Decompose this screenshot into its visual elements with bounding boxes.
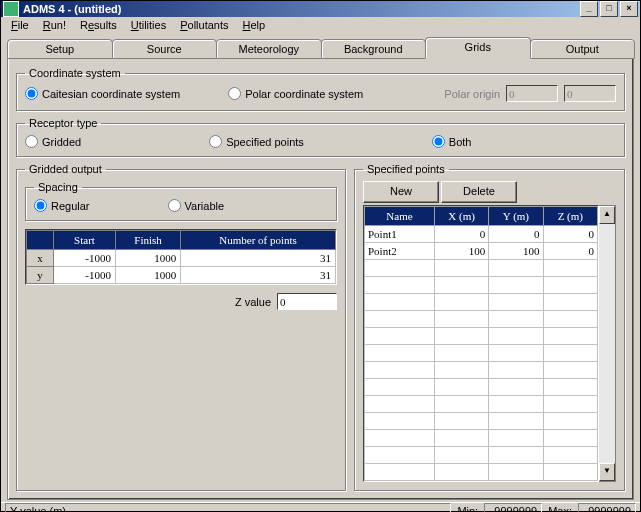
minimize-button[interactable]: _ <box>580 1 598 17</box>
tab-output[interactable]: Output <box>530 39 636 59</box>
status-min: -9999999 <box>484 503 542 512</box>
col-npoints: Number of points <box>181 231 336 250</box>
table-row[interactable]: x -1000 1000 31 <box>27 250 336 267</box>
radio-cartesian[interactable]: Caitesian coordinate system <box>25 87 180 100</box>
specified-points-group: Specified points New Delete Name X (m) <box>354 163 625 491</box>
menu-pollutants[interactable]: Pollutants <box>174 18 234 32</box>
coordinate-system-legend: Coordinate system <box>25 67 125 79</box>
menu-help[interactable]: Help <box>237 18 272 32</box>
radio-specified[interactable]: Specified points <box>209 135 304 148</box>
table-row[interactable] <box>365 294 598 311</box>
radio-polar-input[interactable] <box>228 87 241 100</box>
sp-col-y: Y (m) <box>489 207 543 226</box>
table-row[interactable] <box>365 396 598 413</box>
status-min-label: Min: <box>457 505 478 512</box>
polar-origin-y <box>564 85 616 102</box>
window-title: ADMS 4 - (untitled) <box>23 3 121 15</box>
table-row[interactable] <box>365 362 598 379</box>
radio-both[interactable]: Both <box>432 135 472 148</box>
status-field: Y value (m) <box>5 503 451 512</box>
table-row[interactable] <box>365 311 598 328</box>
radio-variable[interactable]: Variable <box>168 199 225 212</box>
close-button[interactable]: × <box>620 1 638 17</box>
radio-both-input[interactable] <box>432 135 445 148</box>
radio-gridded[interactable]: Gridded <box>25 135 81 148</box>
tab-meteorology[interactable]: Meteorology <box>216 39 322 59</box>
client-area: Setup Source Meteorology Background Grid… <box>1 33 640 502</box>
app-icon <box>3 1 19 17</box>
receptor-type-legend: Receptor type <box>25 117 101 129</box>
tab-background[interactable]: Background <box>321 39 427 59</box>
spacing-legend: Spacing <box>34 181 82 193</box>
specified-points-table[interactable]: Name X (m) Y (m) Z (m) Point1 0 0 0 <box>364 206 598 481</box>
scroll-up-icon[interactable]: ▲ <box>599 206 615 224</box>
new-button[interactable]: New <box>363 181 439 203</box>
table-row[interactable] <box>365 345 598 362</box>
radio-variable-input[interactable] <box>168 199 181 212</box>
menu-results[interactable]: Results <box>74 18 123 32</box>
radio-polar[interactable]: Polar coordinate system <box>228 87 363 100</box>
app-window: ADMS 4 - (untitled) _ □ × File Run! Resu… <box>0 0 641 512</box>
radio-regular-input[interactable] <box>34 199 47 212</box>
table-row[interactable]: Point2 100 100 0 <box>365 243 598 260</box>
specified-points-legend: Specified points <box>363 163 449 175</box>
radio-gridded-input[interactable] <box>25 135 38 148</box>
tab-setup[interactable]: Setup <box>7 39 113 59</box>
receptor-type-group: Receptor type Gridded Specified points B… <box>16 117 625 157</box>
z-value-label: Z value <box>235 296 271 308</box>
titlebar: ADMS 4 - (untitled) _ □ × <box>1 1 640 17</box>
radio-regular[interactable]: Regular <box>34 199 90 212</box>
scroll-down-icon[interactable]: ▼ <box>599 463 615 481</box>
tab-grids[interactable]: Grids <box>425 37 531 59</box>
sp-col-x: X (m) <box>434 207 488 226</box>
z-value-input[interactable] <box>277 293 337 310</box>
table-row[interactable]: y -1000 1000 31 <box>27 267 336 284</box>
table-row[interactable] <box>365 447 598 464</box>
gridded-table[interactable]: Start Finish Number of points x -1000 10… <box>26 230 336 284</box>
gridded-output-group: Gridded output Spacing Regular Variable <box>16 163 346 491</box>
scroll-track[interactable] <box>599 224 615 463</box>
coordinate-system-group: Coordinate system Caitesian coordinate s… <box>16 67 625 111</box>
menu-utilities[interactable]: Utilities <box>125 18 172 32</box>
table-row[interactable] <box>365 277 598 294</box>
gridded-table-wrap: Start Finish Number of points x -1000 10… <box>25 229 337 285</box>
tab-page-grids: Coordinate system Caitesian coordinate s… <box>7 59 634 500</box>
radio-specified-input[interactable] <box>209 135 222 148</box>
menubar: File Run! Results Utilities Pollutants H… <box>1 17 640 33</box>
col-start: Start <box>54 231 116 250</box>
table-row[interactable] <box>365 379 598 396</box>
table-row[interactable] <box>365 413 598 430</box>
polar-origin-label: Polar origin <box>444 88 500 100</box>
statusbar: Y value (m) Min: -9999999 Max: 9999999 <box>1 502 640 512</box>
radio-cartesian-input[interactable] <box>25 87 38 100</box>
col-axis <box>27 231 54 250</box>
polar-origin-x <box>506 85 558 102</box>
spacing-group: Spacing Regular Variable <box>25 181 337 221</box>
delete-button[interactable]: Delete <box>441 181 517 203</box>
menu-run[interactable]: Run! <box>37 18 72 32</box>
tab-strip: Setup Source Meteorology Background Grid… <box>7 37 634 59</box>
tab-source[interactable]: Source <box>112 39 218 59</box>
status-max: 9999999 <box>578 503 636 512</box>
table-row[interactable] <box>365 328 598 345</box>
specified-scrollbar[interactable]: ▲ ▼ <box>599 205 616 482</box>
table-row[interactable] <box>365 430 598 447</box>
table-row[interactable]: Point1 0 0 0 <box>365 226 598 243</box>
menu-file[interactable]: File <box>5 18 35 32</box>
col-finish: Finish <box>115 231 180 250</box>
status-max-label: Max: <box>548 505 572 512</box>
table-row[interactable] <box>365 464 598 481</box>
sp-col-name: Name <box>365 207 435 226</box>
specified-table-wrap: Name X (m) Y (m) Z (m) Point1 0 0 0 <box>363 205 599 482</box>
sp-col-z: Z (m) <box>543 207 597 226</box>
gridded-output-legend: Gridded output <box>25 163 106 175</box>
maximize-button[interactable]: □ <box>600 1 618 17</box>
table-row[interactable] <box>365 260 598 277</box>
